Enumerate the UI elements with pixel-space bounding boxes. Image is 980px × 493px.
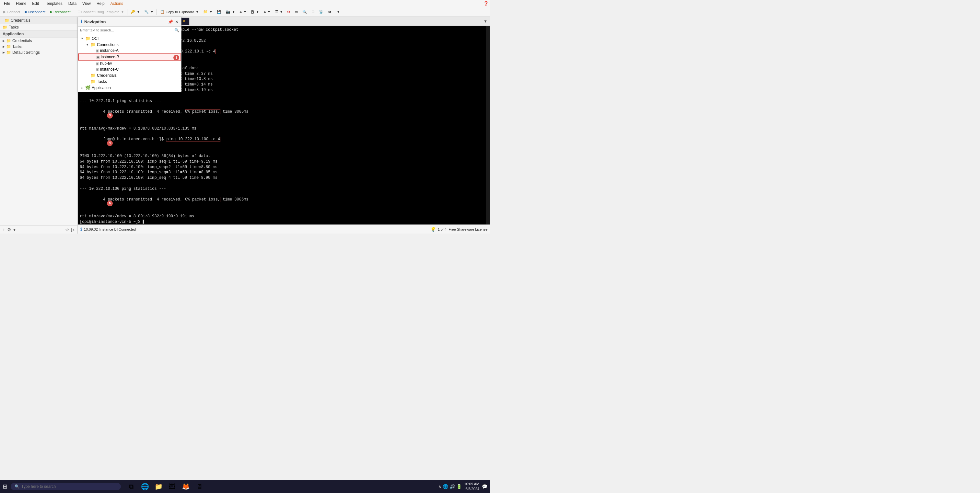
star-icon[interactable]: ☆ bbox=[65, 227, 69, 232]
nav-item-tasks[interactable]: ▷ 📁 Tasks bbox=[78, 78, 181, 84]
term-line-15: 64 bytes from 10.222.10.100: icmp_seq=3 … bbox=[80, 170, 484, 175]
copy-clipboard-button[interactable]: 📋 Copy to Clipboard ▼ bbox=[158, 9, 200, 14]
nav-header-btns: 📌 ✕ bbox=[168, 19, 178, 24]
badge-3: 3 bbox=[107, 113, 113, 119]
menu-home[interactable]: Home bbox=[13, 1, 29, 6]
camera-icon: 📷 bbox=[226, 10, 231, 14]
nav-search-input[interactable] bbox=[80, 28, 173, 32]
folder-oci-icon: 📁 bbox=[85, 36, 91, 41]
camera-btn[interactable]: 📷▼ bbox=[224, 9, 237, 14]
folder-connections-icon: 📁 bbox=[91, 42, 95, 47]
settings-btn[interactable]: ⚙ bbox=[7, 227, 11, 232]
image-icon: 🖼 bbox=[251, 10, 255, 14]
nav-item-instance-c[interactable]: ▷ ▣ instance-C bbox=[78, 67, 181, 72]
key-icon-btn[interactable]: 🔑▼ bbox=[129, 9, 142, 14]
nav-item-hub-fw[interactable]: ▷ ▣ hub-fw bbox=[78, 60, 181, 67]
dropdown-arrow3: ▼ bbox=[150, 10, 153, 14]
folder-tasks-icon: 📁 bbox=[91, 79, 95, 84]
stop-circle-btn[interactable]: ⊘ bbox=[285, 9, 292, 14]
nav-pin-btn[interactable]: 📌 bbox=[168, 19, 173, 24]
reconnect-icon: ▶ bbox=[50, 10, 52, 14]
app-icon: 🌿 bbox=[85, 85, 91, 90]
more-btn[interactable]: ▼ bbox=[334, 10, 342, 14]
menu-data[interactable]: Data bbox=[66, 1, 79, 6]
filter-btn[interactable]: ⊞ bbox=[310, 9, 316, 14]
badge-1: 1 bbox=[173, 55, 179, 60]
list-btn[interactable]: ☰▼ bbox=[273, 9, 285, 14]
play-btn[interactable]: ▷ bbox=[71, 227, 75, 232]
sidebar-credentials[interactable]: 📁 Credentials bbox=[2, 17, 33, 23]
term-line-16: 64 bytes from 10.222.10.100: icmp_seq=4 … bbox=[80, 175, 484, 181]
tab-close-btn[interactable]: ✕ bbox=[182, 19, 186, 23]
help-icon[interactable]: ❓ bbox=[483, 1, 489, 6]
font2-btn[interactable]: A▼ bbox=[261, 10, 272, 14]
term-line-9: --- 10.222.10.1 ping statistics --- bbox=[80, 98, 484, 104]
nav-search-icon: 🔍 bbox=[174, 28, 179, 32]
nav-item-instance-a[interactable]: ▷ ▣ instance-A bbox=[78, 48, 181, 54]
status-message: 10:09:02 [instance-B] Connected bbox=[84, 227, 136, 231]
nav-item-connections[interactable]: ▼ 📁 Connections bbox=[78, 41, 181, 48]
save-icon: 💾 bbox=[217, 10, 221, 14]
add-btn[interactable]: + bbox=[3, 227, 5, 232]
search-btn[interactable]: 🔍 bbox=[301, 9, 309, 14]
tools-btn[interactable]: 🛠 bbox=[326, 10, 334, 14]
folder-icon-app-tasks: 📁 bbox=[6, 44, 11, 49]
dropdown-arrow2: ▼ bbox=[137, 10, 140, 14]
term-line-17 bbox=[80, 181, 484, 186]
menu-actions[interactable]: Actions bbox=[108, 1, 126, 6]
folder-open-btn[interactable]: 📁▼ bbox=[201, 9, 214, 14]
menu-bar: File Home Edit Templates Data View Help … bbox=[0, 0, 490, 7]
sidebar-app-tasks[interactable]: ▶ 📁 Tasks bbox=[0, 44, 78, 49]
menu-view[interactable]: View bbox=[80, 1, 93, 6]
term-highlight-cmd2: ping 10.222.10.100 -c 4 bbox=[166, 137, 220, 142]
chevron-down-icon: ▼ bbox=[81, 37, 84, 40]
term-line-14: 64 bytes from 10.222.10.100: icmp_seq=2 … bbox=[80, 165, 484, 170]
term-icon-hub: ▣ bbox=[95, 62, 99, 66]
chevron-down-icon-conn: ▼ bbox=[86, 43, 89, 46]
connect-template-button[interactable]: ⊡ Connect using Template ▼ bbox=[75, 9, 126, 14]
filter-icon: ⊞ bbox=[312, 10, 314, 14]
rect-btn[interactable]: ▭ bbox=[293, 9, 300, 14]
image-btn[interactable]: 🖼▼ bbox=[249, 10, 261, 14]
list-icon: ☰ bbox=[275, 10, 278, 14]
sidebar-app-credentials[interactable]: ▶ 📁 Credentials bbox=[0, 38, 78, 44]
term-line-13: 64 bytes from 10.222.10.100: icmp_seq=1 … bbox=[80, 159, 484, 165]
nav-item-credentials[interactable]: ▷ 📁 Credentials bbox=[78, 72, 181, 78]
term-line-20: [opc@ih-instance-vcn-b ~]$ ▌ bbox=[80, 219, 484, 225]
dropdown-arrow: ▼ bbox=[121, 10, 124, 14]
disconnect-button[interactable]: ■ Disconnect bbox=[23, 10, 47, 14]
save-btn[interactable]: 💾 bbox=[215, 9, 223, 14]
rect-icon: ▭ bbox=[294, 10, 298, 14]
term-line-12: PING 10.222.10.100 (10.222.10.100) 56(84… bbox=[80, 154, 484, 159]
toolbar: ▶ Connect ■ Disconnect ▶ Reconnect ⊡ Con… bbox=[0, 7, 490, 17]
status-license: Free Shareware License bbox=[449, 227, 487, 231]
toolbar-sep-1 bbox=[74, 9, 74, 15]
term-line-loss1: 4 packets transmitted, 4 received, 0% pa… bbox=[80, 104, 484, 126]
status-page-info: 1 of 4 bbox=[438, 227, 447, 231]
clipboard-icon: 📋 bbox=[160, 10, 165, 14]
antenna-btn[interactable]: 📡 bbox=[317, 9, 325, 14]
key-icon: 🔑 bbox=[130, 10, 135, 14]
play-icon: ▶ bbox=[3, 10, 6, 14]
terminal-scrollbar[interactable] bbox=[486, 26, 490, 225]
font-btn[interactable]: A▼ bbox=[237, 10, 248, 14]
nav-close-btn[interactable]: ✕ bbox=[175, 19, 178, 24]
navigation-panel: ℹ Navigation 📌 ✕ 🔍 ▼ 📁 OCI ▼ 📁 Conn bbox=[78, 17, 181, 92]
reconnect-button[interactable]: ▶ Reconnect bbox=[48, 9, 73, 14]
tab-dropdown-btn[interactable]: ▼ bbox=[482, 19, 489, 24]
tasks-icon: 📁 bbox=[3, 25, 8, 30]
connect-button[interactable]: ▶ Connect bbox=[1, 9, 22, 14]
menu-file[interactable]: File bbox=[1, 1, 13, 6]
wrench-icon-btn[interactable]: 🔧▼ bbox=[142, 9, 155, 14]
nav-item-application[interactable]: ▷ 🌿 Application bbox=[78, 84, 181, 91]
nav-item-instance-b[interactable]: ▷ ▣ instance-B 1 bbox=[78, 54, 181, 60]
chevron-down-btn[interactable]: ▾ bbox=[13, 227, 16, 232]
sidebar-tasks[interactable]: 📁 Tasks bbox=[0, 24, 78, 30]
nav-item-oci[interactable]: ▼ 📁 OCI bbox=[78, 35, 181, 41]
menu-help[interactable]: Help bbox=[94, 1, 107, 6]
folder-icon: 📁 bbox=[203, 10, 208, 14]
sidebar-default-settings[interactable]: ▶ 📁 Default Settings bbox=[0, 49, 78, 55]
menu-templates[interactable]: Templates bbox=[42, 1, 65, 6]
menu-edit[interactable]: Edit bbox=[30, 1, 41, 6]
folder-icon-creds: 📁 bbox=[5, 18, 10, 23]
